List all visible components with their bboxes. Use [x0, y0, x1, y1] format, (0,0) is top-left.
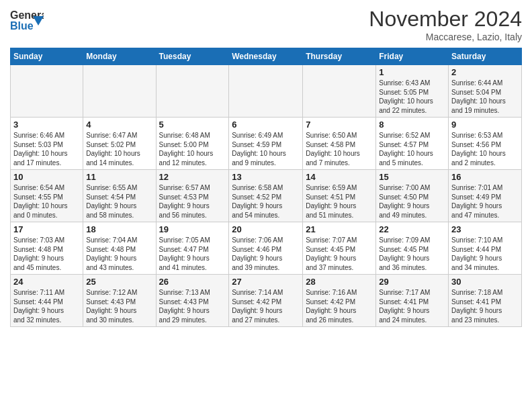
- calendar-table: SundayMondayTuesdayWednesdayThursdayFrid…: [10, 48, 522, 327]
- month-title: November 2024: [369, 7, 522, 32]
- calendar-cell: 18Sunrise: 7:04 AM Sunset: 4:48 PM Dayli…: [83, 222, 156, 275]
- day-info: Sunrise: 6:53 AM Sunset: 4:56 PM Dayligh…: [451, 131, 519, 167]
- day-number: 28: [306, 277, 373, 287]
- day-info: Sunrise: 7:14 AM Sunset: 4:42 PM Dayligh…: [232, 288, 300, 324]
- day-info: Sunrise: 6:48 AM Sunset: 5:00 PM Dayligh…: [159, 131, 226, 167]
- weekday-header: Wednesday: [229, 48, 303, 65]
- calendar-cell: 8Sunrise: 6:52 AM Sunset: 4:57 PM Daylig…: [376, 118, 449, 170]
- day-info: Sunrise: 6:58 AM Sunset: 4:52 PM Dayligh…: [232, 183, 300, 220]
- calendar-cell: 29Sunrise: 7:17 AM Sunset: 4:41 PM Dayli…: [376, 275, 449, 327]
- calendar-cell: 25Sunrise: 7:12 AM Sunset: 4:43 PM Dayli…: [83, 275, 156, 327]
- day-number: 22: [379, 224, 445, 234]
- day-info: Sunrise: 7:16 AM Sunset: 4:42 PM Dayligh…: [306, 288, 373, 324]
- calendar-cell: 26Sunrise: 7:13 AM Sunset: 4:43 PM Dayli…: [156, 275, 229, 327]
- svg-marker-2: [33, 16, 44, 26]
- calendar-cell: 9Sunrise: 6:53 AM Sunset: 4:56 PM Daylig…: [449, 118, 522, 170]
- calendar-cell: 20Sunrise: 7:06 AM Sunset: 4:46 PM Dayli…: [229, 222, 303, 275]
- logo-icon: General Blue: [10, 7, 44, 34]
- title-section: November 2024 Maccarese, Lazio, Italy: [369, 7, 522, 42]
- calendar-week-row: 17Sunrise: 7:03 AM Sunset: 4:48 PM Dayli…: [11, 222, 522, 275]
- day-info: Sunrise: 7:18 AM Sunset: 4:41 PM Dayligh…: [451, 288, 519, 324]
- day-number: 4: [86, 120, 152, 130]
- calendar-cell: 10Sunrise: 6:54 AM Sunset: 4:55 PM Dayli…: [11, 170, 83, 222]
- day-info: Sunrise: 6:57 AM Sunset: 4:53 PM Dayligh…: [159, 183, 226, 220]
- weekday-header: Tuesday: [156, 48, 229, 65]
- calendar-cell: 24Sunrise: 7:11 AM Sunset: 4:44 PM Dayli…: [11, 275, 83, 327]
- day-number: 5: [159, 120, 226, 130]
- day-number: 6: [232, 120, 300, 130]
- day-info: Sunrise: 6:49 AM Sunset: 4:59 PM Dayligh…: [232, 131, 300, 167]
- calendar-cell: 11Sunrise: 6:55 AM Sunset: 4:54 PM Dayli…: [83, 170, 156, 222]
- calendar-cell: 6Sunrise: 6:49 AM Sunset: 4:59 PM Daylig…: [229, 118, 303, 170]
- day-number: 11: [86, 172, 152, 182]
- day-info: Sunrise: 7:12 AM Sunset: 4:43 PM Dayligh…: [86, 288, 152, 324]
- day-number: 16: [451, 172, 519, 182]
- day-number: 8: [379, 120, 445, 130]
- calendar-cell: 30Sunrise: 7:18 AM Sunset: 4:41 PM Dayli…: [449, 275, 522, 327]
- calendar-cell: 21Sunrise: 7:07 AM Sunset: 4:45 PM Dayli…: [303, 222, 376, 275]
- day-number: 13: [232, 172, 300, 182]
- day-info: Sunrise: 7:10 AM Sunset: 4:44 PM Dayligh…: [451, 236, 519, 272]
- calendar-cell: 15Sunrise: 7:00 AM Sunset: 4:50 PM Dayli…: [376, 170, 449, 222]
- day-number: 20: [232, 224, 300, 234]
- calendar-cell: 12Sunrise: 6:57 AM Sunset: 4:53 PM Dayli…: [156, 170, 229, 222]
- day-number: 17: [13, 224, 80, 234]
- day-number: 7: [306, 120, 373, 130]
- day-info: Sunrise: 7:07 AM Sunset: 4:45 PM Dayligh…: [306, 236, 373, 272]
- calendar-cell: [156, 65, 229, 118]
- calendar-cell: 23Sunrise: 7:10 AM Sunset: 4:44 PM Dayli…: [449, 222, 522, 275]
- calendar-week-row: 10Sunrise: 6:54 AM Sunset: 4:55 PM Dayli…: [11, 170, 522, 222]
- day-info: Sunrise: 7:00 AM Sunset: 4:50 PM Dayligh…: [379, 183, 445, 220]
- day-info: Sunrise: 6:43 AM Sunset: 5:05 PM Dayligh…: [379, 79, 445, 115]
- day-info: Sunrise: 7:11 AM Sunset: 4:44 PM Dayligh…: [13, 288, 80, 324]
- day-number: 30: [451, 277, 519, 287]
- calendar-cell: 22Sunrise: 7:09 AM Sunset: 4:45 PM Dayli…: [376, 222, 449, 275]
- calendar-cell: [83, 65, 156, 118]
- day-info: Sunrise: 7:09 AM Sunset: 4:45 PM Dayligh…: [379, 236, 445, 272]
- calendar-cell: 2Sunrise: 6:44 AM Sunset: 5:04 PM Daylig…: [449, 65, 522, 118]
- day-info: Sunrise: 6:44 AM Sunset: 5:04 PM Dayligh…: [451, 79, 519, 115]
- logo: General Blue: [10, 7, 44, 34]
- day-info: Sunrise: 6:55 AM Sunset: 4:54 PM Dayligh…: [86, 183, 152, 220]
- calendar-week-row: 1Sunrise: 6:43 AM Sunset: 5:05 PM Daylig…: [11, 65, 522, 118]
- calendar-cell: 4Sunrise: 6:47 AM Sunset: 5:02 PM Daylig…: [83, 118, 156, 170]
- calendar-cell: [11, 65, 83, 118]
- calendar-cell: 28Sunrise: 7:16 AM Sunset: 4:42 PM Dayli…: [303, 275, 376, 327]
- weekday-header: Friday: [376, 48, 449, 65]
- day-info: Sunrise: 7:05 AM Sunset: 4:47 PM Dayligh…: [159, 236, 226, 272]
- day-info: Sunrise: 7:06 AM Sunset: 4:46 PM Dayligh…: [232, 236, 300, 272]
- day-number: 2: [451, 67, 519, 77]
- weekday-header-row: SundayMondayTuesdayWednesdayThursdayFrid…: [11, 48, 522, 65]
- day-info: Sunrise: 6:47 AM Sunset: 5:02 PM Dayligh…: [86, 131, 152, 167]
- day-number: 10: [13, 172, 80, 182]
- calendar-cell: 16Sunrise: 7:01 AM Sunset: 4:49 PM Dayli…: [449, 170, 522, 222]
- day-info: Sunrise: 7:17 AM Sunset: 4:41 PM Dayligh…: [379, 288, 445, 324]
- calendar-cell: 27Sunrise: 7:14 AM Sunset: 4:42 PM Dayli…: [229, 275, 303, 327]
- calendar-cell: 7Sunrise: 6:50 AM Sunset: 4:58 PM Daylig…: [303, 118, 376, 170]
- calendar-cell: [229, 65, 303, 118]
- day-number: 29: [379, 277, 445, 287]
- day-number: 15: [379, 172, 445, 182]
- day-info: Sunrise: 7:04 AM Sunset: 4:48 PM Dayligh…: [86, 236, 152, 272]
- day-number: 14: [306, 172, 373, 182]
- calendar-cell: 13Sunrise: 6:58 AM Sunset: 4:52 PM Dayli…: [229, 170, 303, 222]
- calendar-cell: 1Sunrise: 6:43 AM Sunset: 5:05 PM Daylig…: [376, 65, 449, 118]
- day-number: 26: [159, 277, 226, 287]
- day-info: Sunrise: 6:54 AM Sunset: 4:55 PM Dayligh…: [13, 183, 80, 220]
- day-number: 1: [379, 67, 445, 77]
- day-number: 3: [13, 120, 80, 130]
- page-header: General Blue November 2024 Maccarese, La…: [10, 7, 522, 42]
- day-info: Sunrise: 7:01 AM Sunset: 4:49 PM Dayligh…: [451, 183, 519, 220]
- calendar-cell: 17Sunrise: 7:03 AM Sunset: 4:48 PM Dayli…: [11, 222, 83, 275]
- weekday-header: Sunday: [11, 48, 83, 65]
- location-label: Maccarese, Lazio, Italy: [369, 32, 522, 42]
- svg-text:Blue: Blue: [10, 20, 34, 32]
- day-number: 9: [451, 120, 519, 130]
- day-number: 18: [86, 224, 152, 234]
- calendar-cell: [303, 65, 376, 118]
- day-number: 25: [86, 277, 152, 287]
- calendar-cell: 3Sunrise: 6:46 AM Sunset: 5:03 PM Daylig…: [11, 118, 83, 170]
- weekday-header: Saturday: [449, 48, 522, 65]
- weekday-header: Thursday: [303, 48, 376, 65]
- calendar-week-row: 24Sunrise: 7:11 AM Sunset: 4:44 PM Dayli…: [11, 275, 522, 327]
